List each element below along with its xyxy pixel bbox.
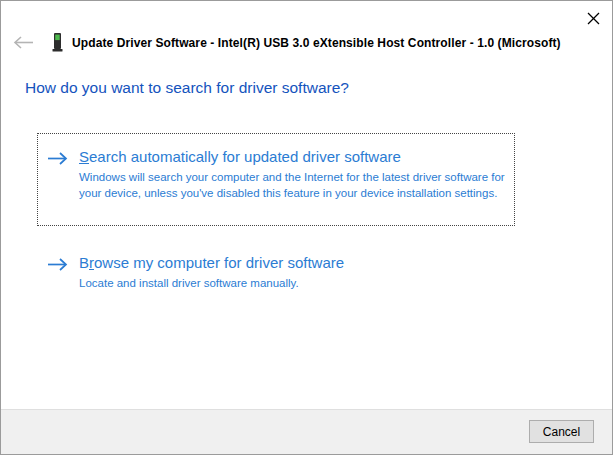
update-driver-wizard-window: Update Driver Software - Intel(R) USB 3.… <box>0 0 613 455</box>
footer-bar: Cancel <box>1 409 612 454</box>
close-icon <box>587 12 600 25</box>
option-search-automatically[interactable]: Search automatically for updated driver … <box>37 133 515 226</box>
option-title-rest: owse my computer for driver software <box>94 254 344 271</box>
right-arrow-icon <box>47 151 69 166</box>
option-title: Browse my computer for driver software <box>79 253 344 272</box>
wizard-header: Update Driver Software - Intel(R) USB 3.… <box>11 33 592 52</box>
right-arrow-icon <box>47 257 69 272</box>
back-arrow-icon <box>12 35 34 50</box>
option-description: Windows will search your computer and th… <box>79 169 506 201</box>
option-description: Locate and install driver software manua… <box>79 275 344 291</box>
option-text-block: Browse my computer for driver software L… <box>79 253 344 291</box>
device-driver-icon <box>51 33 64 52</box>
option-title-rest: earch automatically for updated driver s… <box>89 148 401 165</box>
cancel-button[interactable]: Cancel <box>529 420 594 443</box>
option-browse-computer[interactable]: Browse my computer for driver software L… <box>37 245 515 291</box>
option-title: Search automatically for updated driver … <box>79 147 506 166</box>
window-title: Update Driver Software - Intel(R) USB 3.… <box>72 36 561 50</box>
close-button[interactable] <box>582 7 604 29</box>
option-text-block: Search automatically for updated driver … <box>79 147 506 201</box>
option-title-accel: S <box>79 148 89 165</box>
back-button[interactable] <box>11 34 35 52</box>
page-heading: How do you want to search for driver sof… <box>25 79 349 97</box>
option-title-pre: B <box>79 254 89 271</box>
